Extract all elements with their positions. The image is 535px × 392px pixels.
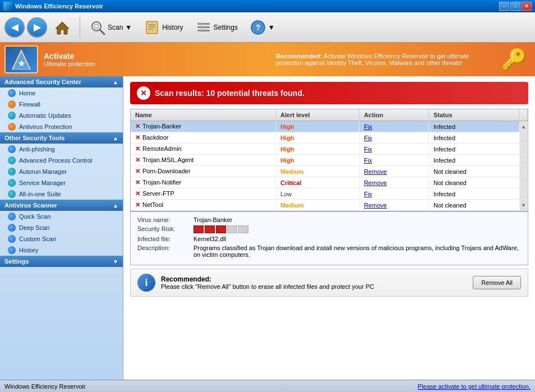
updates-dot-icon <box>8 112 16 119</box>
sidebar-item-all-in-one[interactable]: All-in-one Suite <box>0 188 123 200</box>
forward-button[interactable]: ▶ <box>27 17 47 38</box>
action-link[interactable]: Fix <box>364 123 372 130</box>
threat-name: ✕Server-FTP <box>131 188 276 200</box>
deep-scan-dot-icon <box>8 224 16 232</box>
scrollbar-cell: ▲ <box>520 121 528 132</box>
action-link[interactable]: Remove <box>364 202 387 209</box>
scrollbar-cell <box>520 155 528 166</box>
threat-alert: High <box>276 144 359 155</box>
sidebar-item-custom-scan[interactable]: Custom Scan <box>0 233 123 245</box>
threat-action[interactable]: Remove <box>359 177 428 188</box>
activate-banner[interactable]: ★ Activate Ultimate protection Recommend… <box>0 43 535 76</box>
help-icon: ? <box>250 20 266 35</box>
sidebar-item-antiphishing[interactable]: Anti-phishing <box>0 144 123 155</box>
history-button[interactable]: History <box>139 17 188 38</box>
threat-status: Not cleaned <box>428 177 519 188</box>
history-label: History <box>162 24 183 31</box>
sidebar-firewall-label: Firewall <box>19 101 40 108</box>
sidebar-item-home[interactable]: Home <box>0 87 123 99</box>
window-title: Windows Efficiency Reservoir <box>15 3 103 10</box>
threat-action[interactable]: Remove <box>359 166 428 177</box>
action-link[interactable]: Fix <box>364 191 372 197</box>
minimize-button[interactable]: ─ <box>499 2 509 11</box>
sidebar-item-antivirus-protection[interactable]: Antivirus Protection <box>0 121 123 132</box>
maximize-button[interactable]: □ <box>510 2 520 11</box>
activate-text: Activate Ultimate protection <box>44 52 259 67</box>
help-button[interactable]: ? ▼ <box>245 17 280 38</box>
action-link[interactable]: Remove <box>364 179 387 186</box>
col-status: Status <box>428 109 519 121</box>
sidebar-item-firewall[interactable]: Firewall <box>0 99 123 110</box>
infected-file-value: Kernel32.dll <box>193 236 521 242</box>
risk-bar-4 <box>238 225 248 233</box>
threat-status: Infected <box>428 144 519 155</box>
table-row[interactable]: ✕Trojan-Notifier Critical Remove Not cle… <box>131 177 528 188</box>
detail-description: Description: Programs classified as Troj… <box>137 245 521 258</box>
antiphishing-dot-icon <box>8 145 16 153</box>
action-link[interactable]: Fix <box>364 157 372 164</box>
recommendation-text: Recommended: Please click "Remove All" b… <box>161 275 467 290</box>
threat-alert: High <box>276 121 359 132</box>
settings-header[interactable]: Settings ▼ <box>0 256 123 267</box>
sidebar-item-autorun[interactable]: Autorun Manager <box>0 166 123 177</box>
activate-logo: ★ <box>4 45 38 73</box>
sidebar-item-auto-updates[interactable]: Automatic Updates <box>0 110 123 121</box>
antivirus-scanner-header[interactable]: Antivirus Scanner ▲ <box>0 200 123 211</box>
infected-file-label: Infected file: <box>137 236 193 242</box>
other-tools-label: Other Security Tools <box>4 135 64 141</box>
svg-text:★: ★ <box>18 59 25 68</box>
threat-action[interactable]: Fix <box>359 155 428 166</box>
threat-status: Not cleaned <box>428 200 519 211</box>
firewall-dot-icon <box>8 100 16 108</box>
key-icon: 🔑 <box>497 45 531 73</box>
table-row[interactable]: ✕Server-FTP Low Fix Infected <box>131 188 528 200</box>
main-layout: Advanced Security Center ▲ Home Firewall… <box>0 76 535 380</box>
detail-security-risk: Security Risk: <box>137 225 521 233</box>
activate-link[interactable]: Please activate to get ultimate protecti… <box>418 383 531 390</box>
other-tools-header[interactable]: Other Security Tools ▲ <box>0 132 123 144</box>
threat-action[interactable]: Fix <box>359 144 428 155</box>
remove-all-button[interactable]: Remove All <box>473 276 521 289</box>
sidebar-item-service-manager[interactable]: Service Manager <box>0 177 123 188</box>
action-link[interactable]: Fix <box>364 135 372 141</box>
title-bar: Windows Efficiency Reservoir ─ □ ✕ <box>0 0 535 12</box>
sidebar-history-label: History <box>19 247 38 253</box>
risk-bars-container <box>193 225 521 233</box>
sidebar-item-deep-scan[interactable]: Deep Scan <box>0 222 123 233</box>
table-row[interactable]: ✕Porn-Downloader Medium Remove Not clean… <box>131 166 528 177</box>
table-row[interactable]: ✕Trojan-Banker High Fix Infected ▲ <box>131 121 528 132</box>
scan-button[interactable]: Scan ▼ <box>85 17 137 38</box>
table-row[interactable]: ✕RemoteAdmin High Fix Infected <box>131 144 528 155</box>
threat-action[interactable]: Remove <box>359 200 428 211</box>
settings-button[interactable]: Settings <box>191 17 243 38</box>
app-icon <box>3 2 12 11</box>
alert-level: High <box>280 123 294 130</box>
threat-name: ✕RemoteAdmin <box>131 144 276 155</box>
sidebar-item-history[interactable]: History <box>0 245 123 256</box>
scan-table: Name Alert level Action Status ✕Trojan-B… <box>131 109 528 211</box>
threat-action[interactable]: Fix <box>359 132 428 144</box>
back-button[interactable]: ◀ <box>4 17 25 38</box>
table-row[interactable]: ✕NetTool Medium Remove Not cleaned ▼ <box>131 200 528 211</box>
threat-action[interactable]: Fix <box>359 121 428 132</box>
alert-level: Low <box>280 191 292 197</box>
alert-level: High <box>280 135 294 141</box>
sidebar-antiphishing-label: Anti-phishing <box>19 146 55 153</box>
table-row[interactable]: ✕Backdoor High Fix Infected <box>131 132 528 144</box>
threat-status: Infected <box>428 121 519 132</box>
table-row[interactable]: ✕Trojan.MSIL.Agent High Fix Infected <box>131 155 528 166</box>
settings-icon <box>196 20 211 35</box>
action-link[interactable]: Remove <box>364 168 387 175</box>
sidebar-home-label: Home <box>19 90 35 96</box>
security-center-header[interactable]: Advanced Security Center ▲ <box>0 76 123 87</box>
close-button[interactable]: ✕ <box>522 2 532 11</box>
action-link[interactable]: Fix <box>364 146 372 153</box>
threat-icon: ✕ <box>135 156 140 163</box>
threat-action[interactable]: Fix <box>359 188 428 200</box>
sidebar-process-label: Advanced Process Control <box>19 157 92 164</box>
home-dot-icon <box>8 89 16 97</box>
sidebar-item-process-control[interactable]: Advanced Process Control <box>0 155 123 166</box>
sidebar-item-quick-scan[interactable]: Quick Scan <box>0 211 123 222</box>
settings-chevron-icon: ▼ <box>113 259 118 265</box>
home-button[interactable] <box>49 17 75 38</box>
